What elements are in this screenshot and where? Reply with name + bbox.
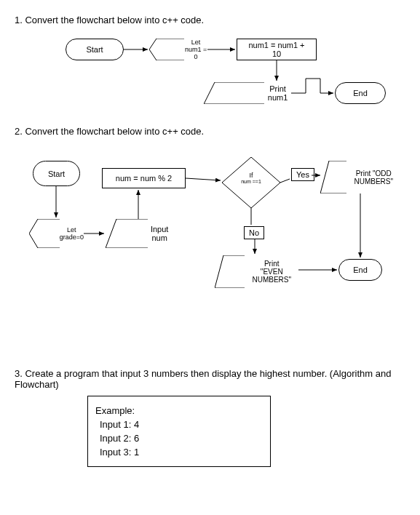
svg-marker-9 [215, 255, 245, 288]
let-num1-label: Let num1 = 0 [184, 39, 207, 60]
input-1: Input 1: 4 [95, 419, 263, 430]
input-2: Input 2: 6 [95, 433, 263, 444]
cond-label: num ==1 [222, 179, 280, 184]
svg-marker-8 [320, 161, 346, 193]
print-odd-node: Print "ODD NUMBERS" [320, 161, 400, 193]
end2-label: End [353, 266, 368, 274]
no-label: No [244, 226, 264, 239]
svg-line-14 [280, 179, 290, 183]
example-label: Example: [95, 405, 263, 416]
svg-line-13 [186, 178, 221, 180]
print-even-node: Print "EVEN NUMBERS" [215, 255, 298, 288]
mod-label: num = num % 2 [116, 174, 172, 183]
flowchart-2: Start Let grade=0 Input num num = num % … [15, 143, 405, 332]
svg-marker-0 [149, 39, 184, 60]
svg-marker-1 [204, 82, 264, 104]
start-label: Start [86, 45, 103, 54]
end-label: End [353, 89, 368, 97]
start2-label: Start [48, 169, 65, 178]
print-num1-label: Print num1 [264, 84, 291, 102]
yes-label: Yes [291, 168, 314, 181]
print-num1-node: Print num1 [204, 82, 291, 104]
decision-node: If num ==1 [222, 157, 280, 208]
let-grade-label: Let grade=0 [60, 226, 84, 241]
end-node: End [335, 82, 386, 104]
mod-node: num = num % 2 [102, 168, 186, 188]
end2-node: End [338, 259, 382, 281]
input-num-label: Input num [148, 225, 171, 242]
svg-marker-5 [29, 219, 60, 248]
if-label: If [222, 172, 280, 179]
start-node: Start [66, 39, 124, 60]
print-even-label: Print "EVEN NUMBERS" [245, 260, 298, 284]
print-odd-label: Print "ODD NUMBERS" [346, 169, 400, 185]
let-num1-node: Let num1 = 0 [149, 39, 207, 60]
input-3: Input 3: 1 [95, 447, 263, 458]
input-num-node: Input num [106, 219, 171, 248]
question-2-prompt: 2. Convert the flowchart below into c++ … [15, 126, 405, 137]
start2-node: Start [33, 161, 80, 186]
flowchart-1: Start Let num1 = 0 num1 = num1 + 10 Prin… [15, 31, 405, 126]
assign-label: num1 = num1 + 10 [245, 41, 309, 58]
example-box: Example: Input 1: 4 Input 2: 6 Input 3: … [87, 396, 271, 467]
svg-marker-6 [106, 219, 148, 248]
let-grade-node: Let grade=0 [29, 219, 84, 248]
question-3-prompt: 3. Create a program that input 3 numbers… [15, 368, 405, 390]
question-1-prompt: 1. Convert the flowchart below into c++ … [15, 15, 405, 25]
assign-node: num1 = num1 + 10 [237, 39, 317, 60]
